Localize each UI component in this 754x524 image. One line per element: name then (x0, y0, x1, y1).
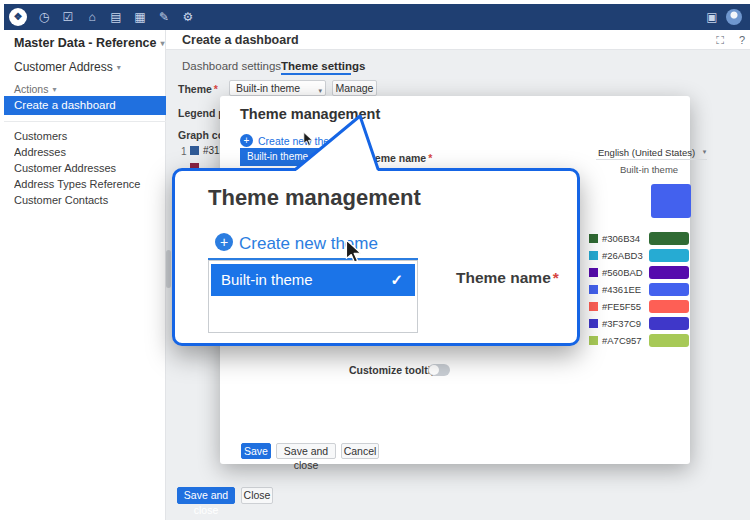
chevron-down-icon: ▾ (117, 63, 121, 72)
sidebar-item-customers[interactable]: Customers (14, 128, 164, 144)
section-label: Customer Address (14, 60, 113, 74)
color-chip[interactable] (589, 319, 598, 328)
color-row: #26ABD3 (589, 249, 689, 262)
plus-icon[interactable]: + (240, 134, 253, 147)
sidebar-item-customer-contacts[interactable]: Customer Contacts (14, 192, 164, 208)
color-row: #4361EE (589, 283, 689, 296)
app-logo-icon[interactable]: ❖ (9, 8, 27, 26)
color-chip[interactable] (190, 146, 199, 155)
theme-name-label: Theme name* (456, 269, 559, 287)
color-chip[interactable] (589, 302, 598, 311)
sidebar-item-address-types-reference[interactable]: Address Types Reference (14, 176, 164, 192)
color-hex-value[interactable]: #A7C957 (602, 334, 642, 347)
panel-toggle-icon[interactable]: ▣ (702, 4, 722, 30)
chevron-down-icon: ▾ (160, 39, 164, 48)
language-select-value: English (United States) (598, 147, 695, 158)
page-title: Create a dashboard (182, 30, 299, 50)
builtin-theme-item[interactable]: Built-in theme ✓ (211, 264, 415, 296)
color-row: #A7C957 (589, 334, 689, 347)
sidebar-item-create-dashboard[interactable]: Create a dashboard (4, 96, 166, 115)
check-icon: ✓ (390, 264, 403, 296)
user-avatar[interactable] (726, 9, 742, 25)
create-new-theme-link[interactable]: Create new theme (258, 135, 344, 147)
builtin-theme-item[interactable]: Built-in theme ✓ (240, 148, 342, 166)
customize-tooltip-toggle[interactable] (428, 364, 450, 376)
app-window: ❖ ◷ ☑ ⌂ ▤ ▦ ✎ ⚙ ▣ Master Data - Referenc… (4, 4, 750, 520)
tab-theme-settings[interactable]: Theme settings (281, 58, 365, 74)
color-swatch[interactable] (649, 300, 689, 313)
color-swatch[interactable] (649, 232, 689, 245)
actions-menu[interactable]: Actions▾ (14, 83, 56, 95)
topbar: ❖ ◷ ☑ ⌂ ▤ ▦ ✎ ⚙ ▣ (4, 4, 750, 30)
compose-icon[interactable]: ✎ (154, 4, 174, 30)
builtin-theme-label: Built-in theme (221, 264, 313, 296)
sidebar: Master Data - Reference▾ Customer Addres… (4, 30, 166, 520)
color-row: #306B34 (589, 232, 689, 245)
chevron-down-icon: ▾ (52, 85, 56, 94)
fullscreen-icon[interactable]: ⛶ (712, 30, 728, 50)
color-row: #560BAD (589, 266, 689, 279)
color-hex-value[interactable]: #26ABD3 (602, 249, 643, 262)
dialog-save-and-close-button[interactable]: Save and close (276, 443, 336, 459)
color-hex-value[interactable]: #FE5F55 (602, 300, 641, 313)
help-icon[interactable]: ? (734, 30, 750, 50)
color-row: #3F37C9 (589, 317, 689, 330)
history-icon[interactable]: ◷ (34, 4, 54, 30)
divider (4, 121, 166, 122)
builtin-theme-label: Built-in theme (247, 148, 308, 166)
color-hex-value[interactable]: #4361EE (602, 283, 641, 296)
color-hex-value[interactable]: #560BAD (602, 266, 643, 279)
color-chip[interactable] (589, 251, 598, 260)
calendar-icon[interactable]: ▦ (130, 4, 150, 30)
dialog-cancel-button[interactable]: Cancel (341, 443, 379, 459)
color-chip[interactable] (589, 234, 598, 243)
feed-icon[interactable]: ▤ (106, 4, 126, 30)
dialog-title: Theme management (240, 106, 380, 122)
color-row-number: 1 (181, 146, 187, 157)
dialog-save-button[interactable]: Save (241, 443, 271, 459)
chevron-down-icon: ▾ (703, 148, 707, 156)
sidebar-item-addresses[interactable]: Addresses (14, 144, 164, 160)
workspace-selector[interactable]: Master Data - Reference▾ (14, 36, 164, 50)
color-swatch[interactable] (649, 317, 689, 330)
zoom-callout: Theme management + Create new theme Buil… (172, 168, 580, 346)
color-swatch[interactable] (649, 249, 689, 262)
color-swatch[interactable] (649, 334, 689, 347)
color-swatch[interactable] (649, 283, 689, 296)
tab-dashboard-settings[interactable]: Dashboard settings (182, 58, 281, 74)
theme-field-label: Theme* (178, 83, 218, 95)
required-mark: * (214, 83, 218, 95)
page-header: Create a dashboard ⛶ ? (166, 30, 750, 50)
workspace-label: Master Data - Reference (14, 36, 156, 50)
required-mark: * (553, 269, 559, 286)
create-new-theme-link[interactable]: Create new theme (239, 234, 378, 254)
theme-name-value[interactable]: Built-in theme (620, 164, 678, 175)
color-chip[interactable] (589, 285, 598, 294)
scrollbar-thumb[interactable] (166, 250, 171, 288)
plus-icon[interactable]: + (215, 233, 233, 251)
theme-select[interactable]: Built-in theme ▾ (229, 80, 326, 96)
required-mark: * (428, 152, 432, 164)
process-icon[interactable]: ⚙ (178, 4, 198, 30)
theme-list: Built-in theme ✓ (208, 260, 418, 333)
color-hex-value[interactable]: #306B34 (602, 232, 640, 245)
actions-label: Actions (14, 83, 48, 95)
customize-tooltip-label: Customize tooltip (349, 364, 437, 376)
save-and-close-button[interactable]: Save and close (177, 487, 235, 504)
sidebar-item-customer-addresses[interactable]: Customer Addresses (14, 160, 164, 176)
approvals-icon[interactable]: ☑ (58, 4, 78, 30)
color-swatch[interactable] (649, 266, 689, 279)
language-select[interactable]: English (United States) ▾ (596, 146, 707, 160)
theme-select-value: Built-in theme (236, 82, 300, 94)
active-tab-underline (281, 73, 351, 75)
home-icon[interactable]: ⌂ (82, 4, 102, 30)
color-swatch-partial[interactable] (651, 184, 691, 218)
color-hex-value[interactable]: #3F37C9 (602, 317, 641, 330)
color-chip[interactable] (589, 268, 598, 277)
close-button[interactable]: Close (241, 487, 273, 504)
color-row: #FE5F55 (589, 300, 689, 313)
color-chip[interactable] (589, 336, 598, 345)
section-selector[interactable]: Customer Address▾ (14, 60, 121, 74)
manage-button[interactable]: Manage (332, 80, 377, 96)
check-icon: ✓ (327, 148, 335, 166)
